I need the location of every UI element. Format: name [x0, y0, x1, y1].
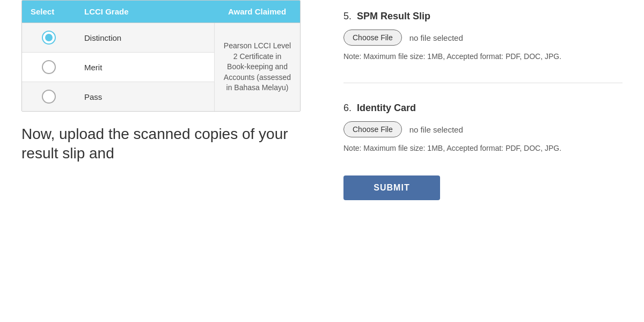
radio-cell-pass[interactable]	[22, 82, 76, 111]
left-panel: Select LCCI Grade Award Claimed Distinct…	[0, 0, 322, 322]
award-text-cell: Pearson LCCI Level 2 Certificate in Book…	[214, 23, 300, 111]
submit-button[interactable]: SUBMIT	[343, 175, 440, 200]
radio-cell-distinction[interactable]	[22, 23, 76, 52]
radio-cell-merit[interactable]	[22, 53, 76, 82]
id-number: 6.	[343, 103, 352, 113]
col-header-grade: LCCI Grade	[76, 1, 214, 23]
spm-no-file-text: no file selected	[409, 33, 463, 42]
grade-merit: Merit	[76, 55, 214, 79]
bottom-text: Now, upload the scanned copies of your r…	[21, 125, 301, 164]
table-row: Merit	[22, 52, 214, 82]
choose-file-spm-button[interactable]: Choose File	[343, 30, 402, 46]
col-header-award: Award Claimed	[214, 1, 300, 23]
spm-note: Note: Maximum file size: 1MB, Accepted f…	[343, 51, 590, 62]
id-note: Note: Maximum file size: 1MB, Accepted f…	[343, 143, 590, 154]
table-row: Pass	[22, 82, 214, 111]
table-header: Select LCCI Grade Award Claimed	[22, 1, 300, 23]
spm-title-text: SPM Result Slip	[357, 11, 430, 21]
grade-pass: Pass	[76, 85, 214, 109]
upload-spm: 5. SPM Result Slip Choose File no file s…	[343, 11, 623, 62]
upload-id: 6. Identity Card Choose File no file sel…	[343, 103, 623, 154]
grade-distinction: Distinction	[76, 26, 214, 50]
radio-distinction[interactable]	[42, 31, 56, 45]
grade-table: Select LCCI Grade Award Claimed Distinct…	[21, 0, 301, 112]
id-title: 6. Identity Card	[343, 103, 623, 114]
spm-number: 5.	[343, 11, 352, 21]
choose-file-id-button[interactable]: Choose File	[343, 121, 402, 137]
id-no-file-text: no file selected	[409, 125, 463, 134]
divider	[343, 83, 623, 83]
radio-distinction-inner	[45, 34, 53, 41]
radio-merit[interactable]	[42, 60, 56, 74]
right-panel: 5. SPM Result Slip Choose File no file s…	[322, 0, 644, 322]
col-header-select: Select	[22, 1, 76, 23]
radio-pass[interactable]	[42, 90, 56, 104]
id-file-row: Choose File no file selected	[343, 121, 623, 137]
spm-title: 5. SPM Result Slip	[343, 11, 623, 22]
spm-file-row: Choose File no file selected	[343, 30, 623, 46]
table-row: Distinction	[22, 23, 214, 52]
id-title-text: Identity Card	[357, 103, 416, 113]
